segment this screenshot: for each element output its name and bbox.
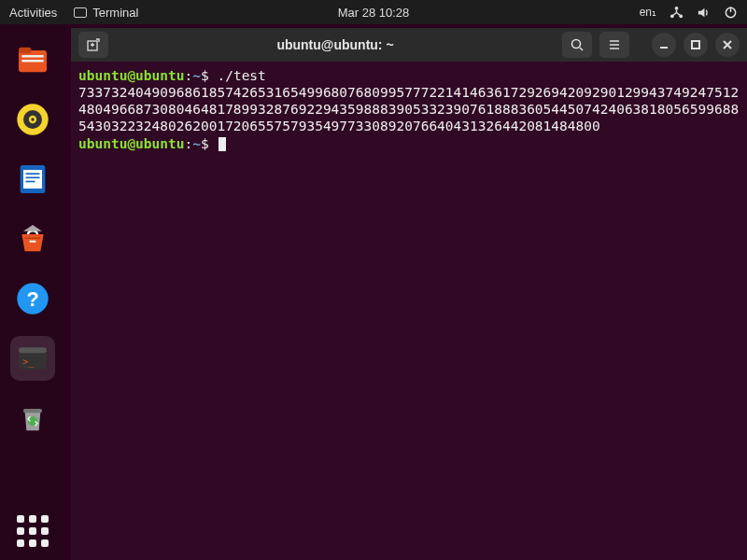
svg-rect-18 <box>30 241 36 243</box>
terminal-icon[interactable]: >_ <box>10 336 55 381</box>
power-icon[interactable] <box>724 6 738 20</box>
terminal-mini-icon <box>74 7 87 18</box>
clock[interactable]: Mar 28 10:28 <box>338 6 410 20</box>
window-titlebar: ubuntu@ubuntu: ~ <box>71 28 747 62</box>
help-icon[interactable]: ? <box>10 276 55 321</box>
svg-point-28 <box>572 40 581 49</box>
volume-icon[interactable] <box>697 6 711 20</box>
network-icon[interactable] <box>669 6 684 20</box>
minimize-button[interactable] <box>652 33 676 57</box>
svg-text:>_: >_ <box>22 357 35 368</box>
svg-rect-19 <box>25 237 41 239</box>
cursor <box>218 137 226 151</box>
menu-button[interactable] <box>599 32 629 58</box>
current-app-indicator[interactable]: Terminal <box>74 6 138 20</box>
svg-rect-23 <box>19 347 47 353</box>
svg-rect-8 <box>21 60 43 63</box>
svg-rect-7 <box>21 55 43 58</box>
prompt-symbol: $ <box>201 68 209 83</box>
trash-icon[interactable] <box>10 396 55 441</box>
rhythmbox-icon[interactable] <box>10 97 55 142</box>
libreoffice-writer-icon[interactable] <box>10 157 55 202</box>
svg-rect-14 <box>23 170 42 189</box>
prompt-user: ubuntu@ubuntu <box>78 68 185 83</box>
terminal-window: ubuntu@ubuntu: ~ ubuntu@ubuntu:~$ ./test… <box>71 28 747 560</box>
svg-rect-29 <box>692 41 699 49</box>
svg-rect-16 <box>26 177 40 179</box>
svg-text:?: ? <box>26 287 38 311</box>
new-tab-button[interactable] <box>78 32 108 58</box>
software-center-icon[interactable] <box>10 217 55 261</box>
prompt-symbol: $ <box>201 136 209 151</box>
files-icon[interactable] <box>10 37 55 82</box>
dock: ? >_ <box>0 24 65 560</box>
terminal-output-area[interactable]: ubuntu@ubuntu:~$ ./test 7337324049096861… <box>71 62 747 560</box>
svg-point-0 <box>675 6 679 9</box>
svg-rect-6 <box>19 48 31 54</box>
search-button[interactable] <box>562 32 592 58</box>
window-title: ubuntu@ubuntu: ~ <box>116 37 555 52</box>
input-language-indicator[interactable]: en₁ <box>640 6 656 19</box>
prompt-colon: : <box>185 68 193 83</box>
svg-rect-17 <box>26 181 35 183</box>
prompt-path: ~ <box>192 68 201 83</box>
prompt-user: ubuntu@ubuntu <box>78 136 185 151</box>
prompt-path: ~ <box>192 136 201 151</box>
svg-rect-25 <box>23 409 42 413</box>
svg-point-12 <box>31 118 34 120</box>
current-app-name: Terminal <box>92 6 138 20</box>
prompt-colon: : <box>185 136 193 151</box>
svg-rect-4 <box>730 7 732 12</box>
command-output: 7337324049096861857426531654996807680995… <box>78 84 740 134</box>
close-button[interactable] <box>715 33 740 57</box>
svg-rect-15 <box>26 173 40 175</box>
activities-button[interactable]: Activities <box>9 6 57 20</box>
show-applications-button[interactable] <box>17 515 49 547</box>
command-text: ./test <box>217 68 265 83</box>
maximize-button[interactable] <box>684 33 708 57</box>
top-bar: Activities Terminal Mar 28 10:28 en₁ <box>0 0 747 24</box>
